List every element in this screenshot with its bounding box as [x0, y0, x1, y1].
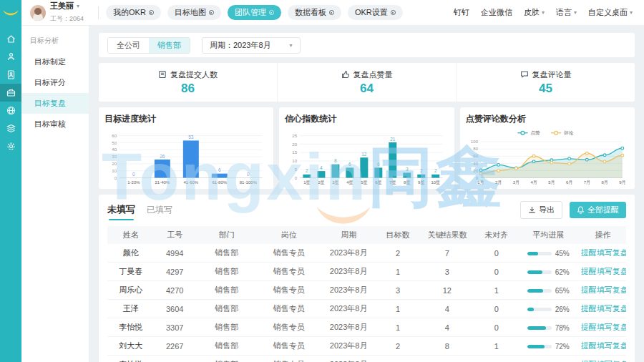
skin-dropdown[interactable]: 皮肤▾	[524, 7, 545, 18]
sidebar-item-goal-audit[interactable]: 目标审核	[21, 114, 89, 134]
rail-globe[interactable]	[0, 102, 21, 119]
svg-text:6月: 6月	[566, 180, 572, 185]
sidebar-item-goal-review[interactable]: 目标复盘	[21, 93, 89, 114]
tab-filled[interactable]: 已填写	[147, 204, 172, 216]
sidebar: 目标分析 目标制定 目标评分 目标复盘 目标审核	[21, 26, 89, 362]
rail-documents[interactable]	[0, 66, 21, 84]
svg-text:41-60%: 41-60%	[184, 180, 199, 185]
svg-text:1星: 1星	[304, 180, 311, 185]
cell-period: 2023年8月	[320, 356, 377, 362]
cell-action: 提醒填写复盘	[580, 281, 626, 300]
sidebar-item-goal-scoring[interactable]: 目标评分	[21, 72, 89, 93]
remind-fill-review-link[interactable]: 提醒填写复盘	[581, 323, 626, 331]
col-goals: 目标数	[377, 226, 419, 244]
svg-text:6: 6	[377, 162, 380, 167]
cell-goals: 1	[377, 318, 419, 337]
wecom-link[interactable]: 企业微信	[481, 7, 512, 18]
custom-desktop-dropdown[interactable]: 自定义桌面▾	[588, 7, 633, 18]
svg-text:9月: 9月	[619, 180, 625, 185]
cell-unaligned: 0	[476, 356, 517, 362]
cell-name: 颜伦	[107, 244, 154, 263]
cell-dept: 销售部	[195, 281, 258, 300]
export-button[interactable]: 导出	[520, 201, 562, 219]
cell-dept: 销售部	[195, 356, 258, 362]
table-body: 颜伦4994销售部销售专员2023年8月27045%提醒填写复盘丁曼春4297销…	[107, 244, 626, 362]
divider	[98, 6, 99, 19]
rail-members[interactable]	[0, 48, 21, 66]
cell-period: 2023年8月	[320, 300, 377, 318]
chevron-down-icon: ▾	[542, 9, 545, 16]
remind-fill-review-link[interactable]: 提醒填写复盘	[581, 248, 626, 257]
remind-fill-review-link[interactable]: 提醒填写复盘	[581, 304, 626, 313]
col-dept: 部门	[195, 226, 258, 244]
globe-icon	[6, 105, 16, 116]
likes-comments-line-chart: 020406080100点赞评论1月2月3月4月5月6月7月8月9月	[466, 127, 629, 188]
cell-dept: 销售部	[195, 318, 258, 337]
cell-goals: 2	[377, 337, 419, 356]
svg-text:8星: 8星	[404, 180, 410, 185]
cell-emp-id: 4297	[154, 263, 195, 281]
cell-dept: 销售部	[195, 300, 258, 318]
cell-position: 销售专员	[258, 318, 320, 337]
table-row: 丁曼春4297销售部销售专员2023年8月13062%提醒填写复盘	[107, 263, 626, 281]
scope-all-company[interactable]: 全公司	[108, 38, 149, 53]
tab-not-filled[interactable]: 未填写	[107, 203, 135, 216]
table-row: 王泽3604销售部销售专员2023年8月14026%提醒填写复盘	[107, 300, 626, 318]
app-logo[interactable]	[0, 0, 21, 26]
rail-briefcase[interactable]	[0, 84, 21, 102]
chart-confidence-index: 信心指数统计 051015202521星42星83星64星125星66星217星…	[279, 107, 454, 189]
svg-text:1月: 1月	[477, 180, 484, 185]
settings-icon	[6, 141, 16, 152]
language-dropdown[interactable]: 语言▾	[556, 7, 577, 18]
scope-sales-dept[interactable]: 销售部	[149, 38, 190, 53]
period-select[interactable]: 周期：2023年8月 ▾	[202, 37, 301, 54]
col-name: 姓名	[107, 226, 154, 244]
cell-goals: 1	[377, 263, 419, 281]
svg-text:61-80%: 61-80%	[212, 180, 227, 185]
svg-text:2: 2	[420, 168, 423, 173]
tab-okr-settings[interactable]: OKR设置	[348, 5, 403, 20]
svg-text:4星: 4星	[347, 180, 353, 185]
cell-goals: 2	[377, 244, 419, 263]
chevron-down-icon: ▾	[77, 3, 79, 9]
rail-home[interactable]	[0, 30, 21, 48]
goal-progress-bar-chart: 010203040506001-20%2621-40%5341-60%661-8…	[104, 127, 268, 188]
cell-emp-id: 2267	[154, 337, 195, 356]
remind-fill-review-link[interactable]: 提醒填写复盘	[581, 267, 626, 275]
cell-period: 2023年8月	[320, 337, 377, 356]
tab-data-dashboard[interactable]: 数据看板	[288, 5, 341, 20]
svg-text:2: 2	[434, 168, 437, 173]
user-profile[interactable]: 王美丽▾ 工号：2064	[21, 1, 91, 24]
svg-text:12: 12	[362, 152, 368, 157]
cell-unaligned: 1	[476, 337, 517, 356]
stat-review-comments: 复盘评论量 45	[456, 63, 635, 102]
document-icon	[6, 69, 16, 80]
cell-key-results: 8	[419, 337, 476, 356]
col-key-results: 关键结果数	[419, 226, 476, 244]
remind-fill-review-link[interactable]: 提醒填写复盘	[581, 341, 626, 350]
cell-emp-id: 4994	[154, 244, 195, 263]
svg-text:2月: 2月	[495, 180, 502, 185]
cell-emp-id: 3307	[154, 356, 195, 362]
rail-settings[interactable]	[0, 137, 21, 155]
cell-progress: 72%	[517, 337, 580, 356]
tab-team-management[interactable]: 团队管理	[228, 5, 281, 20]
tab-my-okr[interactable]: 我的OKR	[106, 5, 161, 20]
table-row: 李怡悦3307销售部销售专员2023年8月14078%提醒填写复盘	[107, 356, 626, 362]
cell-action: 提醒填写复盘	[580, 337, 626, 356]
sidebar-item-goal-setting[interactable]: 目标制定	[21, 52, 89, 72]
remind-all-button[interactable]: 全部提醒	[570, 202, 626, 218]
cell-emp-id: 4270	[154, 281, 195, 300]
svg-text:10: 10	[112, 168, 117, 173]
cell-emp-id: 3307	[154, 318, 195, 337]
svg-text:6: 6	[348, 162, 351, 167]
progress-bar	[527, 289, 552, 293]
dingtalk-link[interactable]: 钉钉	[454, 7, 469, 18]
cell-unaligned: 1	[476, 281, 517, 300]
remind-fill-review-link[interactable]: 提醒填写复盘	[581, 285, 626, 294]
tab-goal-map[interactable]: 目标地图	[167, 5, 221, 20]
tab-ring-icon	[329, 10, 334, 15]
col-unaligned: 未对齐	[476, 226, 517, 244]
home-icon	[6, 34, 16, 44]
rail-layers[interactable]	[0, 119, 21, 137]
